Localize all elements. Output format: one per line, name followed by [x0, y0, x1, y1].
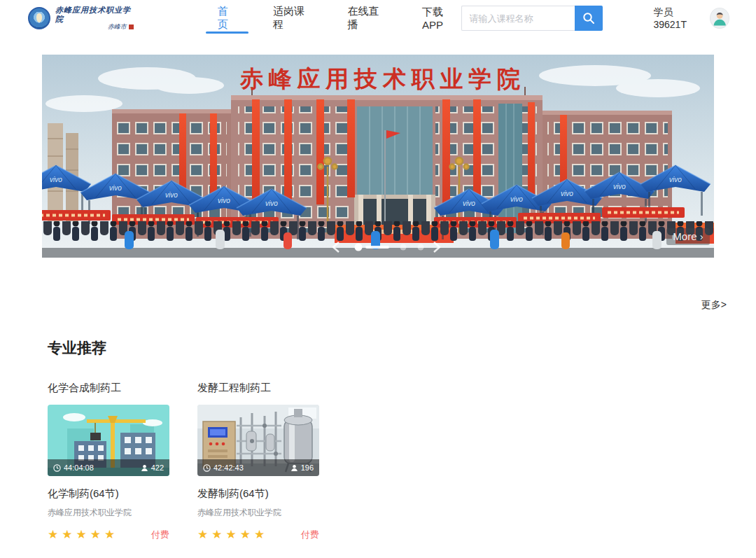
hero-banner-wrap: vivo: [0, 55, 756, 258]
card-bottom-row: ★★★★★ 付费: [197, 527, 319, 542]
viewers-icon: [141, 464, 148, 472]
course-price-badge: 付费: [151, 529, 169, 541]
hero-banner-carousel[interactable]: vivo: [42, 55, 714, 258]
course-organization: 赤峰应用技术职业学院: [197, 507, 319, 519]
carousel-active-bar[interactable]: [365, 246, 389, 249]
banner-more-button[interactable]: More ›: [666, 228, 710, 245]
nav-item-download-app[interactable]: 下载APP: [421, 0, 462, 36]
avatar-person-icon: [710, 8, 729, 28]
clock-icon: [203, 464, 211, 472]
course-title[interactable]: 发酵制药(64节): [197, 487, 319, 501]
more-row: 更多>: [0, 298, 756, 312]
course-duration: 44:04:08: [64, 463, 94, 472]
building-rooftop-sign: 赤峰应用技术职业学院: [239, 66, 527, 92]
card-category[interactable]: 发酵工程制药工: [197, 382, 319, 395]
carousel-dot-active[interactable]: [355, 244, 363, 251]
thumbnail-stats-bar: 42:42:43 196: [197, 459, 319, 476]
search-button[interactable]: [575, 6, 603, 31]
clock-icon: [53, 464, 61, 472]
card-category[interactable]: 化学合成制药工: [48, 382, 169, 395]
course-card-chemical: 化学合成制药工: [48, 382, 169, 542]
user-name: 学员39621T: [653, 6, 703, 30]
search-icon: [582, 12, 595, 25]
course-viewers: 422: [151, 463, 164, 472]
carousel-dot-3[interactable]: [418, 244, 424, 251]
main-nav: 首页 适岗课程 在线直播 下载APP: [216, 0, 462, 36]
logo-title: 赤峰应用技术职业学院: [55, 6, 134, 23]
logo-subtitle: 赤峰市: [108, 23, 134, 30]
course-viewers: 196: [301, 463, 314, 472]
course-price-badge: 付费: [301, 529, 319, 541]
course-search: [461, 6, 603, 31]
more-link[interactable]: 更多>: [701, 299, 727, 310]
course-thumbnail[interactable]: 44:04:08 422: [48, 405, 169, 476]
course-organization: 赤峰应用技术职业学院: [48, 507, 169, 519]
logo-text: 赤峰应用技术职业学院 赤峰市: [55, 6, 134, 31]
search-input[interactable]: [461, 6, 575, 31]
user-account[interactable]: 学员39621T: [653, 6, 729, 30]
course-title[interactable]: 化学制药(64节): [48, 487, 169, 501]
logo-emblem-icon: [28, 7, 50, 29]
thumbnail-stats-bar: 44:04:08 422: [48, 459, 169, 476]
course-duration: 42:42:43: [214, 463, 244, 472]
carousel-dot-2[interactable]: [400, 244, 407, 251]
course-rating-stars: ★★★★★: [48, 527, 118, 542]
site-logo[interactable]: 赤峰应用技术职业学院 赤峰市: [28, 6, 134, 31]
viewers-icon: [290, 464, 298, 472]
top-header: 赤峰应用技术职业学院 赤峰市 首页 适岗课程 在线直播 下载APP 学员3962…: [0, 0, 756, 36]
logo-seal-icon: [129, 25, 134, 29]
banner-more-label: More ›: [673, 230, 703, 242]
card-bottom-row: ★★★★★ 付费: [48, 527, 169, 542]
nav-item-live[interactable]: 在线直播: [346, 0, 387, 36]
course-card-fermentation: 发酵工程制药工: [197, 382, 319, 542]
nav-item-courses[interactable]: 适岗课程: [272, 0, 313, 36]
course-thumbnail[interactable]: 42:42:43 196: [197, 405, 319, 476]
user-avatar[interactable]: [710, 8, 729, 29]
nav-item-home[interactable]: 首页: [216, 0, 238, 36]
section-title: 专业推荐: [48, 338, 708, 358]
course-rating-stars: ★★★★★: [197, 527, 268, 542]
recommend-section: 专业推荐 化学合成制药工: [0, 338, 756, 542]
course-cards-row: 化学合成制药工: [48, 382, 708, 542]
